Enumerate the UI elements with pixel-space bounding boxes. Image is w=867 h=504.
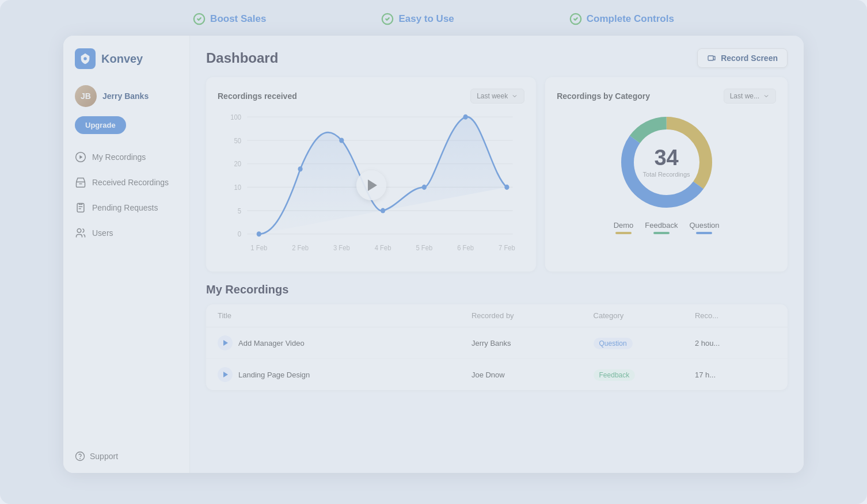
col-category: Category [594,311,695,320]
recordings-table: Title Recorded by Category Reco... Add M… [206,304,788,390]
legend-item-feedback: Feedback [645,221,678,234]
donut-chart-card: Recordings by Category Last we... [545,77,788,272]
time-filter-dropdown[interactable]: Last week [470,89,524,104]
user-name: Jerry Banks [102,91,149,101]
support-button[interactable]: Support [75,451,178,461]
play-button-row-1[interactable] [218,335,233,350]
col-recorded-time: Reco... [695,311,776,320]
col-title: Title [218,311,471,320]
upgrade-button[interactable]: Upgrade [75,116,126,134]
row-2-title-text: Landing Page Design [238,371,310,379]
top-feature-bar: Boost Sales Easy to Use Complete Control… [0,0,867,36]
donut-time-label: Last we... [730,92,759,100]
svg-text:10: 10 [234,183,241,192]
svg-point-36 [504,185,509,190]
donut-container: 34 Total Recordings Demo Feedback [557,110,776,234]
line-chart-card: Recordings received Last week [206,77,536,272]
support-icon [75,451,85,461]
total-recordings-label: Total Recordings [643,171,690,178]
easy-to-use-label: Easy to Use [398,13,454,25]
complete-controls-label: Complete Controls [587,13,674,25]
konvey-logo-symbol [79,52,92,65]
sidebar-item-label-users: Users [92,228,113,238]
play-triangle-small-1 [223,340,228,346]
svg-text:6 Feb: 6 Feb [457,244,474,253]
sidebar-item-received-recordings[interactable]: Received Recordings [63,170,189,195]
line-chart-header: Recordings received Last week [218,89,524,104]
sidebar-item-label-recordings: My Recordings [92,152,146,162]
demo-legend-bar [615,232,632,234]
donut-svg-wrap: 34 Total Recordings [615,110,718,214]
user-area: JB Jerry Banks [63,79,189,116]
svg-point-10 [80,458,81,459]
feature-easy-to-use: Easy to Use [381,13,454,25]
sidebar-item-users[interactable]: Users [63,220,189,246]
row-1-time: 2 hou... [695,339,776,348]
svg-text:100: 100 [230,113,241,121]
row-1-title-text: Add Manager Video [238,339,305,348]
check-circle-icon-2 [381,13,394,25]
svg-point-33 [381,208,385,213]
main-content: Dashboard Record Screen Recordings recei… [190,36,804,473]
main-header: Dashboard Record Screen [190,36,804,77]
sidebar-bottom: Support [63,442,189,473]
sidebar-item-label-received: Received Recordings [92,178,169,187]
svg-point-35 [463,114,468,120]
svg-marker-5 [79,155,82,159]
row-2-title: Landing Page Design [218,367,471,382]
svg-text:5: 5 [238,207,242,215]
svg-text:0: 0 [238,230,242,239]
avatar: JB [75,85,97,107]
svg-point-3 [83,57,87,60]
logo-text: Konvey [101,52,143,66]
donut-chart-header: Recordings by Category Last we... [557,89,776,104]
feature-boost-sales: Boost Sales [193,13,266,25]
sidebar: Konvey JB Jerry Banks Upgrade My Recordi… [63,36,190,473]
sidebar-nav: My Recordings Received Recordings Pendin… [63,144,189,246]
table-row: Add Manager Video Jerry Banks Question 2… [206,327,788,359]
table-row: Landing Page Design Joe Dnow Feedback 17… [206,359,788,390]
record-screen-label: Record Screen [721,54,778,63]
page-title: Dashboard [206,50,278,66]
row-1-title: Add Manager Video [218,335,471,350]
sidebar-item-my-recordings[interactable]: My Recordings [63,144,189,170]
svg-text:1 Feb: 1 Feb [250,244,267,253]
svg-text:5 Feb: 5 Feb [416,244,432,253]
users-icon [75,227,86,239]
my-recordings-title: My Recordings [206,283,788,296]
svg-text:4 Feb: 4 Feb [375,244,391,253]
record-screen-button[interactable]: Record Screen [697,48,788,68]
svg-text:20: 20 [234,160,241,169]
svg-point-9 [76,452,85,461]
donut-chart-title: Recordings by Category [557,91,650,101]
col-recorded-by: Recorded by [471,311,594,320]
check-circle-icon-3 [569,13,582,25]
svg-point-30 [257,231,261,236]
play-button-overlay[interactable] [356,170,386,200]
legend-item-demo: Demo [614,221,634,234]
svg-text:7 Feb: 7 Feb [499,244,515,253]
svg-text:3 Feb: 3 Feb [333,244,350,253]
chevron-down-icon-2 [763,93,770,100]
svg-rect-6 [77,182,85,187]
row-2-recorded-by: Joe Dnow [471,371,594,379]
svg-point-31 [298,166,302,171]
chevron-down-icon [511,93,518,100]
my-recordings-section: My Recordings Title Recorded by Category… [190,283,804,402]
play-button-row-2[interactable] [218,367,233,382]
app-container: Konvey JB Jerry Banks Upgrade My Recordi… [63,36,804,473]
donut-time-filter[interactable]: Last we... [724,89,776,104]
support-label: Support [90,452,118,461]
line-chart: 100 50 20 10 5 0 1 Feb 2 Feb 3 Feb 4 Feb… [218,110,524,260]
feature-complete-controls: Complete Controls [569,13,674,25]
sidebar-item-pending-requests[interactable]: Pending Requests [63,195,189,220]
clipboard-icon [75,202,86,213]
sidebar-item-label-pending: Pending Requests [92,203,158,212]
total-recordings-number: 34 [643,147,690,169]
question-legend-bar [696,232,712,234]
feedback-legend-label: Feedback [645,221,678,230]
row-2-category-badge: Feedback [594,369,636,381]
play-triangle-small-2 [223,372,228,377]
svg-text:2 Feb: 2 Feb [292,244,309,253]
feedback-legend-bar [653,232,670,234]
